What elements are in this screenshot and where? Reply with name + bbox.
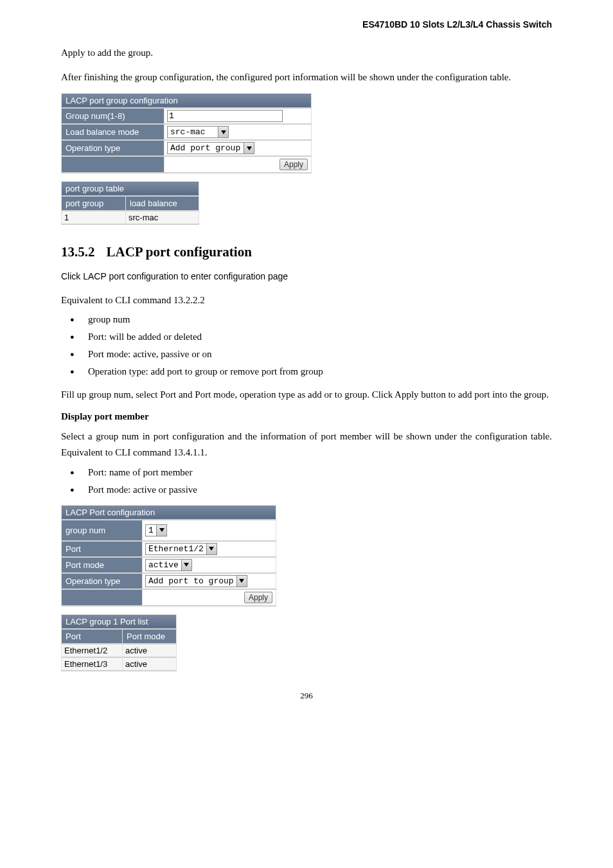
bullet-list-1: group num Port: will be added or deleted… [61,311,552,380]
svg-marker-3 [209,547,214,551]
select-group-instruction: Select a group num in port configuration… [61,429,552,461]
section-heading: 13.5.2LACP port configuration [61,244,552,260]
bullet-list-2: Port: name of port member Port mode: act… [61,464,552,499]
page-number: 296 [61,691,552,701]
port-mode-cell-2: active [123,657,177,671]
port-mode-label: Port mode [62,557,143,573]
port-cell-2: Ethernet1/3 [62,657,123,671]
port-mode-select[interactable]: active [145,559,192,571]
equiv-cli: Equivalent to CLI command 13.2.2.2 [61,292,552,309]
svg-marker-5 [239,579,244,583]
paragraph-apply: Apply to add the group. [61,45,552,62]
load-balance-col-header: load balance [126,196,199,211]
bullet-port-name: Port: name of port member [61,464,552,481]
svg-marker-0 [221,130,226,134]
operation-type-value: Add port group [167,142,244,154]
chevron-down-icon [182,559,192,571]
page-header: ES4710BD 10 Slots L2/L3/L4 Chassis Switc… [61,19,552,30]
apply-button-2[interactable]: Apply [244,592,272,603]
port-select[interactable]: Ethernet1/2 [145,543,217,555]
operation-type2-select[interactable]: Add port to group [145,575,247,587]
lacp-group-config-title: LACP port group configuration [62,94,312,109]
port-mode-value: active [145,559,182,571]
lacp-port-list-title: LACP group 1 Port list [62,614,177,629]
load-balance-select[interactable]: src-mac [167,126,229,138]
bullet-group-num: group num [61,311,552,328]
port-group-table: port group table port group load balance… [61,181,199,225]
bullet-operation-type: Operation type: add port to group or rem… [61,363,552,380]
port-value: Ethernet1/2 [145,543,207,555]
bullet-port-mode: Port mode: active, passive or on [61,346,552,363]
svg-marker-2 [159,528,164,532]
apply2-label-cell [62,589,143,606]
chevron-down-icon [207,543,217,555]
operation-type-label: Operation type [62,140,164,156]
group-num2-label: group num [62,520,143,541]
click-instruction: Click LACP port configuration to enter c… [61,269,552,285]
table-row: Ethernet1/3 active [62,657,177,671]
lacp-group-config-table: LACP port group configuration Group num(… [61,93,312,173]
display-port-member-title: Display port member [61,411,552,422]
port-group-col-header: port group [62,196,126,211]
operation-type2-value: Add port to group [145,575,237,587]
port-mode-cell-1: active [123,644,177,657]
load-balance-label: Load balance mode [62,124,164,140]
svg-marker-1 [247,146,252,150]
chevron-down-icon [237,575,247,587]
chevron-down-icon [244,142,254,154]
bullet-port: Port: will be added or deleted [61,328,552,346]
group-num-select[interactable]: 1 [145,524,167,536]
port-cell-1: Ethernet1/2 [62,644,123,657]
fill-instruction: Fill up group num, select Port and Port … [61,387,552,403]
port-group-cell: 1 [62,211,126,224]
group-num-value: 1 [145,524,157,536]
port-mode-col-header: Port mode [123,629,177,644]
lacp-port-config-table: LACP Port configuration group num 1 Port… [61,505,276,607]
port-label: Port [62,541,143,557]
operation-type-select[interactable]: Add port group [167,142,254,154]
section-title: LACP port configuration [107,244,252,260]
bullet-port-mode2: Port mode: active or passive [61,481,552,499]
apply-label-cell [62,156,164,173]
group-num-input[interactable] [167,110,283,122]
apply-button[interactable]: Apply [280,159,308,170]
operation-type2-label: Operation type [62,573,143,589]
group-num-label: Group num(1-8) [62,108,164,124]
paragraph-after: After finishing the group configuration,… [61,69,552,86]
port-col-header: Port [62,629,123,644]
svg-marker-4 [184,563,189,567]
lacp-port-list-table: LACP group 1 Port list Port Port mode Et… [61,614,177,671]
chevron-down-icon [157,524,167,536]
section-num: 13.5.2 [61,244,95,260]
load-balance-cell: src-mac [126,211,199,224]
lacp-port-config-title: LACP Port configuration [62,505,276,520]
port-group-table-title: port group table [62,182,199,197]
load-balance-value: src-mac [167,126,218,138]
chevron-down-icon [218,126,229,138]
table-row: Ethernet1/2 active [62,644,177,657]
